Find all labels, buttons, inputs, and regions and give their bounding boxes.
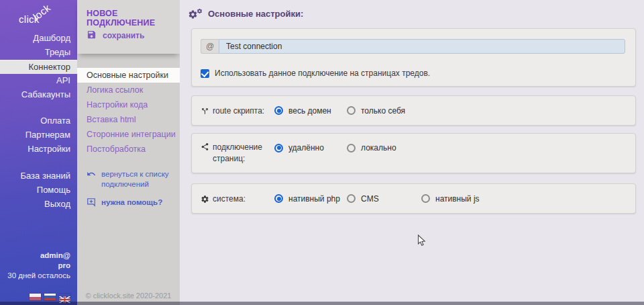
script-route-label-row: route скрипта: <box>201 106 264 116</box>
undo-arrow-icon <box>87 169 96 189</box>
gears-icon <box>188 8 203 19</box>
sidebar-item-threads[interactable]: Треды <box>0 46 77 60</box>
radio-option-remote[interactable]: удалённо <box>274 143 324 152</box>
sidebar-item-connector[interactable]: Коннектор <box>0 60 77 74</box>
call-split-icon <box>201 107 209 116</box>
radio-label: нативный js <box>435 194 480 204</box>
help-link-label: нужна помощь? <box>101 198 162 210</box>
connection-name-input[interactable] <box>219 39 625 54</box>
radio-selected-icon[interactable] <box>274 144 283 152</box>
system-label: система: <box>213 194 246 204</box>
system-card: система: нативный php CMS нативный js <box>191 183 636 214</box>
use-connection-checkbox-label: Использовать данное подключение на стран… <box>215 69 430 78</box>
script-route-card: route скрипта: весь домен только себя <box>191 95 636 126</box>
radio-selected-icon[interactable] <box>274 106 283 115</box>
page-title: Основные настройки: <box>208 9 303 19</box>
radio-selected-icon[interactable] <box>274 194 283 203</box>
menu-item-main-settings[interactable]: Основные настройки <box>77 68 180 83</box>
radio-label: только себя <box>361 106 405 116</box>
radio-unselected-icon[interactable] <box>347 144 356 152</box>
app-window: clicklock Дашборд Треды Коннектор API Са… <box>0 0 644 305</box>
radio-option-native-php[interactable]: нативный php <box>274 194 340 204</box>
sidebar-item-settings[interactable]: Настройки <box>0 142 77 157</box>
share-icon <box>201 142 209 151</box>
system-label-row: система: <box>201 194 246 204</box>
radio-option-cms[interactable]: CMS <box>347 194 379 204</box>
script-route-label: route скрипта: <box>213 106 264 116</box>
sidebar-item-dashboard[interactable]: Дашборд <box>0 32 77 46</box>
sidebar-item-api[interactable]: API <box>0 74 77 88</box>
page-connection-label-row: подключение страниц: <box>201 142 268 165</box>
menu-item-integrations[interactable]: Сторонние интеграции <box>77 127 180 142</box>
page-connection-card: подключение страниц: удалённо локально <box>191 133 636 173</box>
radio-option-local[interactable]: локально <box>347 143 396 152</box>
panel-title: НОВОЕ ПОДКЛЮЧЕНИЕ <box>87 9 180 28</box>
sidebar-item-knowledge-base[interactable]: База знаний <box>0 169 77 183</box>
panel-menu: Основные настройки Логика ссылок Настрой… <box>77 68 180 157</box>
main-sidebar: clicklock Дашборд Треды Коннектор API Са… <box>0 0 77 305</box>
sidebar-item-partners[interactable]: Партнерам <box>0 128 77 142</box>
radio-label: локально <box>361 143 396 152</box>
clicklock-logo: clicklock <box>19 13 58 26</box>
copyright-text: © clicklock.site 2020-2021 <box>77 292 180 300</box>
account-plan-badge: pro <box>7 261 70 271</box>
back-link-label: вернуться к списку подключений <box>101 169 177 189</box>
flag-uk-icon[interactable] <box>59 294 70 300</box>
radio-unselected-icon[interactable] <box>347 194 356 203</box>
panel-header-block: НОВОЕ ПОДКЛЮЧЕНИЕ сохранить <box>77 0 180 54</box>
account-info: admin@ pro 30 дней осталось <box>7 251 70 281</box>
sidebar-item-help[interactable]: Помощь <box>0 183 77 198</box>
language-switcher <box>30 294 70 300</box>
page-connection-label: подключение страниц: <box>213 142 268 165</box>
menu-item-code-settings[interactable]: Настройки кода <box>77 97 180 112</box>
connection-name-card: @ Использовать данное подключение на стр… <box>191 28 636 87</box>
sidebar-item-logout[interactable]: Выход <box>0 198 77 212</box>
use-on-threads-row: Использовать данное подключение на стран… <box>201 69 430 78</box>
page-title-row: Основные настройки: <box>188 8 303 19</box>
radio-option-whole-domain[interactable]: весь домен <box>274 106 331 116</box>
sidebar-item-payment[interactable]: Оплата <box>0 114 77 128</box>
flag-poland-icon[interactable] <box>30 294 41 300</box>
flag-russia-icon[interactable] <box>44 294 56 300</box>
account-email: admin@ <box>7 251 70 261</box>
main-content: Основные настройки: @ Использовать данно… <box>180 0 644 305</box>
radio-unselected-icon[interactable] <box>347 106 356 115</box>
sidebar-nav: Дашборд Треды Коннектор API Сабакаунты О… <box>0 32 77 212</box>
connection-name-group: @ <box>201 39 625 54</box>
menu-item-link-logic[interactable]: Логика ссылок <box>77 83 180 97</box>
radio-label: нативный php <box>288 194 340 204</box>
radio-label: CMS <box>361 194 379 204</box>
radio-option-only-self[interactable]: только себя <box>347 106 405 116</box>
save-button-label: сохранить <box>103 31 144 40</box>
panel-links: вернуться к списку подключений нужна пом… <box>87 169 177 210</box>
radio-label: удалённо <box>288 143 324 152</box>
radio-unselected-icon[interactable] <box>421 194 430 203</box>
account-days-left: 30 дней осталось <box>7 271 70 281</box>
menu-item-postprocessing[interactable]: Постобработка <box>77 142 180 157</box>
at-icon: @ <box>201 39 219 54</box>
help-comment-icon <box>87 198 96 210</box>
radio-option-native-js[interactable]: нативный js <box>421 194 480 204</box>
radio-label: весь домен <box>288 106 331 116</box>
gear-icon <box>201 195 209 204</box>
menu-item-html-insert[interactable]: Вставка html <box>77 112 180 127</box>
save-button[interactable]: сохранить <box>87 30 144 42</box>
connection-panel: НОВОЕ ПОДКЛЮЧЕНИЕ сохранить Основные нас… <box>77 0 180 305</box>
use-connection-checkbox[interactable] <box>201 69 209 78</box>
back-to-connections-link[interactable]: вернуться к списку подключений <box>87 169 177 189</box>
sidebar-item-subaccounts[interactable]: Сабакаунты <box>0 88 77 102</box>
save-icon <box>87 30 97 42</box>
need-help-link[interactable]: нужна помощь? <box>87 198 177 210</box>
